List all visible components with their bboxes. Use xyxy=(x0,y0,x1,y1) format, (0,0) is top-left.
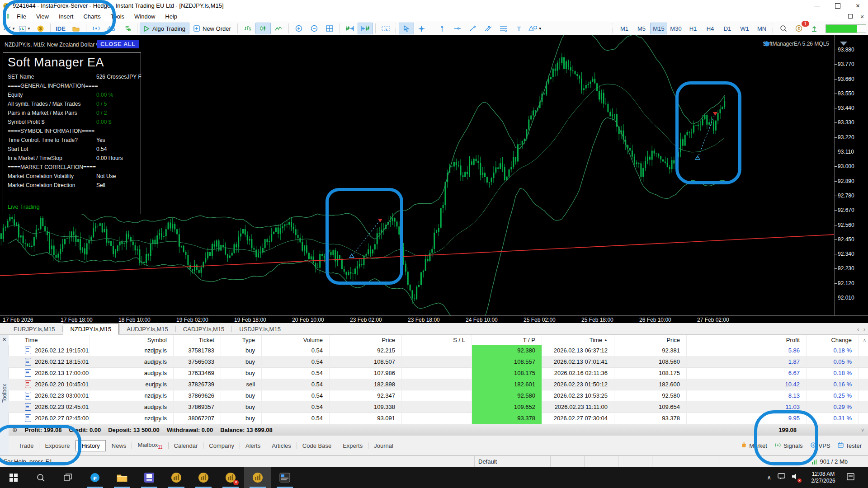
toolbox-tab-code-base[interactable]: Code Base xyxy=(297,441,337,451)
time-axis[interactable]: 17 Feb 202617 Feb 18:0018 Feb 10:0019 Fe… xyxy=(0,315,868,323)
toolbox-tab-company[interactable]: Company xyxy=(203,441,240,451)
deposit-button[interactable]: $ xyxy=(33,23,48,34)
object-select-button[interactable] xyxy=(378,23,393,34)
toolbox-tab-history[interactable]: History xyxy=(75,440,105,451)
service-signals[interactable]: Signals xyxy=(774,442,803,449)
show-desktop-strip[interactable] xyxy=(861,467,863,488)
mt5-taskbar-icon-4-active[interactable] xyxy=(244,467,271,488)
close-all-button[interactable]: CLOSE ALL xyxy=(97,40,139,48)
horizontal-line-button[interactable] xyxy=(450,23,465,34)
toolbox-tab-journal[interactable]: Journal xyxy=(368,441,399,451)
taskbar-search-button[interactable] xyxy=(27,467,54,488)
candlestick-chart-button[interactable] xyxy=(255,23,271,34)
console-app-taskbar-icon[interactable] xyxy=(271,467,298,488)
menu-item-insert[interactable]: Insert xyxy=(54,12,79,22)
metaeditor-button[interactable]: IDE xyxy=(53,23,68,34)
mt5-taskbar-icon-3[interactable]: ✕ xyxy=(217,467,244,488)
chart-tab-nzdjpy[interactable]: NZDJPY.ls,M15 xyxy=(63,324,119,335)
column-header-Profit[interactable]: Profit xyxy=(687,335,807,345)
status-profile[interactable]: Default xyxy=(475,456,551,467)
tab-scroll-arrows[interactable]: ‹› xyxy=(857,326,865,333)
history-row[interactable]: 2026.02.13 17:00:00audjpy.ls37633469buy0… xyxy=(9,367,868,379)
community-icon[interactable]: + xyxy=(119,23,135,34)
action-center-icon[interactable] xyxy=(847,473,854,482)
history-row[interactable]: 2026.02.27 02:45:00nzdjpy.ls38067207buy0… xyxy=(9,413,868,424)
column-header-Price[interactable]: Price xyxy=(614,335,687,345)
column-header-icon[interactable]: ∧ xyxy=(859,335,868,345)
child-close-button[interactable]: ✕ xyxy=(856,14,868,20)
text-tool-button[interactable]: T xyxy=(511,23,527,34)
new-order-button[interactable]: New Order xyxy=(189,23,235,34)
close-button[interactable]: ✕ xyxy=(848,0,868,12)
mt5-taskbar-icon-1[interactable] xyxy=(163,467,190,488)
chart-tab-eurjpy[interactable]: EURJPY.ls,M15 xyxy=(6,324,62,334)
line-chart-button[interactable] xyxy=(271,23,286,34)
timeframe-m1[interactable]: M1 xyxy=(616,23,633,34)
toolbox-close-icon[interactable]: ✕ xyxy=(0,337,9,343)
menu-item-file[interactable]: File xyxy=(12,12,31,22)
auto-scroll-button[interactable] xyxy=(358,23,373,34)
scroll-up-icon[interactable]: ∧ xyxy=(863,338,866,343)
folder-button[interactable] xyxy=(68,23,84,34)
toolbox-tab-mailbox[interactable]: Mailbox11 xyxy=(132,440,168,451)
notifications-icon[interactable]: 1 xyxy=(791,23,807,34)
column-header-Price[interactable]: Price xyxy=(330,335,402,345)
column-header-icon[interactable] xyxy=(9,335,22,345)
search-icon[interactable] xyxy=(776,23,791,34)
volume-icon[interactable]: ✕ xyxy=(792,473,800,482)
start-button[interactable] xyxy=(0,467,27,488)
history-row[interactable]: 2026.02.20 10:45:01eurjpy.ls37826739sell… xyxy=(9,379,868,390)
toolbox-tab-calendar[interactable]: Calendar xyxy=(169,441,203,451)
profiles-dropdown-button[interactable]: ▼ xyxy=(17,23,33,34)
service-tester[interactable]: Tester xyxy=(838,442,862,449)
column-header-Type[interactable]: Type xyxy=(221,335,262,345)
mt5-taskbar-icon-2[interactable] xyxy=(190,467,217,488)
tile-windows-button[interactable] xyxy=(322,23,337,34)
column-header-Volume[interactable]: Volume xyxy=(262,335,330,345)
menu-item-charts[interactable]: Charts xyxy=(78,12,105,22)
toolbox-tab-exposure[interactable]: Exposure xyxy=(39,441,75,451)
toolbox-tab-articles[interactable]: Articles xyxy=(266,441,297,451)
column-header-Symbol[interactable]: Symbol xyxy=(90,335,174,345)
tray-app-icon[interactable] xyxy=(778,473,785,482)
zoom-out-button[interactable] xyxy=(307,23,322,34)
menu-item-help[interactable]: Help xyxy=(160,12,182,22)
history-row[interactable]: 2026.02.23 03:00:01nzdjpy.ls37869626buy0… xyxy=(9,390,868,402)
toolbox-tab-trade[interactable]: Trade xyxy=(13,441,39,451)
chart-tab-usdjpy[interactable]: USDJPY.ls,M15 xyxy=(232,324,288,334)
purple-app-taskbar-icon[interactable] xyxy=(136,467,163,488)
column-header-Time[interactable]: Time ▲ xyxy=(542,335,614,345)
chart-tab-audjpy[interactable]: AUDJPY.ls,M15 xyxy=(119,324,175,334)
task-view-button[interactable] xyxy=(54,467,81,488)
timeframe-m15[interactable]: M15 xyxy=(650,23,667,34)
hidden-icons-chevron[interactable]: ∧ xyxy=(767,474,771,481)
maximize-button[interactable] xyxy=(827,0,848,12)
toolbox-tab-experts[interactable]: Experts xyxy=(337,441,368,451)
timeframe-m30[interactable]: M30 xyxy=(667,23,684,34)
service-vps[interactable]: VPS xyxy=(810,442,830,449)
price-axis[interactable]: 93.88093.77093.66093.55093.44093.33093.2… xyxy=(834,35,868,315)
history-row[interactable]: 2026.02.23 02:45:01audjpy.ls37869357buy0… xyxy=(9,401,868,413)
column-header-Change[interactable]: Change xyxy=(807,335,859,345)
timeframe-m5[interactable]: M5 xyxy=(633,23,650,34)
child-restore-button[interactable] xyxy=(844,14,856,19)
timeframe-h1[interactable]: H1 xyxy=(684,23,702,34)
child-minimize-button[interactable]: ─ xyxy=(833,14,844,19)
column-header-T / P[interactable]: T / P xyxy=(472,335,542,345)
charts-dropdown-button[interactable]: ▼ xyxy=(2,23,17,34)
edge-taskbar-icon[interactable]: e xyxy=(81,467,108,488)
bar-chart-button[interactable] xyxy=(240,23,255,34)
column-header-Ticket[interactable]: Ticket xyxy=(174,335,221,345)
timeframe-mn[interactable]: MN xyxy=(753,23,770,34)
channel-button[interactable] xyxy=(481,23,496,34)
algo-trading-button[interactable]: Algo Trading xyxy=(140,23,189,34)
menu-item-view[interactable]: View xyxy=(31,12,54,22)
fibonacci-button[interactable] xyxy=(496,23,511,34)
toolbox-tab-alerts[interactable]: Alerts xyxy=(240,441,266,451)
column-header-Time[interactable]: Time xyxy=(22,335,90,345)
cursor-button[interactable] xyxy=(399,23,414,34)
crosshair-button[interactable] xyxy=(414,23,429,34)
expand-icon[interactable]: ⊕ xyxy=(12,426,18,433)
timeframe-h4[interactable]: H4 xyxy=(702,23,719,34)
history-row[interactable]: 2026.02.12 18:15:01audjpy.ls37565033buy0… xyxy=(9,356,868,368)
